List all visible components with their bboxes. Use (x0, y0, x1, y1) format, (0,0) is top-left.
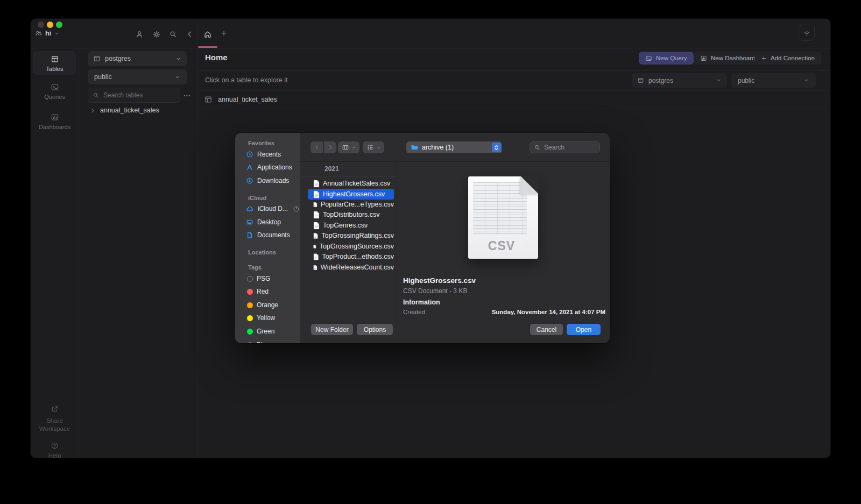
icloud-drive-label: iCloud D... (258, 205, 288, 212)
desktop-icon (246, 218, 253, 226)
main-schema-value: public (738, 77, 754, 84)
connection-status-button[interactable] (799, 25, 815, 41)
search-icon (93, 92, 99, 98)
tag-dot-icon (247, 342, 253, 344)
table-list-row[interactable]: annual_ticket_sales (204, 95, 277, 104)
rail-divider (79, 48, 79, 458)
dashboard-icon (700, 55, 707, 62)
table-tree-item[interactable]: annual_ticket_sales (90, 107, 159, 114)
main-database-select[interactable]: postgres (632, 73, 727, 88)
home-icon (203, 30, 212, 39)
view-mode-button[interactable] (338, 141, 359, 153)
file-row[interactable]: TopProduct...ethods.csv (308, 251, 394, 262)
forward-button[interactable] (324, 141, 336, 153)
sidebar-item-recents[interactable]: Recents (246, 149, 281, 160)
group-by-button[interactable] (363, 141, 384, 153)
csv-file-icon (313, 211, 320, 219)
back-button[interactable] (310, 141, 323, 153)
database-select[interactable]: postgres (88, 51, 187, 66)
options-button[interactable]: Options (357, 324, 393, 335)
dialog-search-field[interactable] (530, 141, 600, 153)
applications-icon (246, 164, 253, 171)
desktop-label: Desktop (257, 218, 281, 226)
share-label-line1: Share (46, 417, 63, 424)
help-button[interactable]: Help (33, 442, 76, 458)
sidebar-item-downloads[interactable]: Downloads (246, 175, 289, 186)
tag-blue[interactable]: Blue (247, 339, 270, 343)
chevron-down-icon (351, 145, 356, 150)
new-dashboard-button[interactable]: New Dashboard (694, 52, 761, 65)
panel-divider (197, 19, 197, 458)
dialog-search-input[interactable] (543, 143, 594, 152)
schema-select[interactable]: public (88, 69, 187, 84)
tag-green[interactable]: Green (247, 326, 274, 337)
new-tab-button[interactable] (220, 30, 228, 37)
tag-green-label: Green (257, 328, 274, 335)
add-connection-button[interactable]: Add Connection (754, 52, 821, 65)
chevron-right-icon (90, 108, 96, 113)
tag-psg[interactable]: PSG (247, 273, 270, 284)
file-row[interactable]: TopGrossingSources.csv (308, 241, 394, 252)
search-tables-field[interactable] (88, 88, 180, 103)
file-row[interactable]: TopGrossingRatings.csv (308, 230, 394, 241)
sidebar-item-desktop[interactable]: Desktop (246, 217, 281, 228)
sidebar-item-icloud-drive[interactable]: iCloud D... (246, 203, 300, 214)
share-icon (51, 405, 59, 413)
share-workspace-button[interactable]: Share Workspace (33, 405, 76, 435)
group-divider (301, 176, 397, 176)
file-row-selected[interactable]: HighestGrossers.csv (308, 189, 394, 200)
tag-red[interactable]: Red (247, 286, 269, 297)
cancel-button[interactable]: Cancel (530, 324, 563, 335)
csv-badge: CSV (468, 239, 535, 253)
csv-preview-thumbnail: CSV (468, 176, 538, 259)
window-zoom-button[interactable] (56, 22, 62, 28)
tag-yellow[interactable]: Yellow (247, 313, 275, 323)
csv-file-icon (313, 264, 317, 272)
location-select[interactable]: archive (1) (406, 141, 502, 153)
settings-button[interactable] (152, 30, 161, 39)
preview-created-value: Sunday, November 14, 2021 at 4:07 PM (440, 309, 605, 315)
search-tables-input[interactable] (102, 91, 164, 100)
row-divider (197, 70, 830, 70)
tables-icon (51, 55, 59, 63)
file-group-header: 2021 (324, 165, 339, 173)
file-row[interactable]: TopDistributors.csv (308, 209, 394, 220)
tag-orange[interactable]: Orange (247, 300, 278, 310)
team-icon (35, 30, 43, 37)
file-row[interactable]: AnnualTicketSales.csv (308, 178, 394, 189)
dashboards-icon (51, 113, 59, 122)
collapse-sidebar-button[interactable] (186, 30, 194, 38)
new-query-button[interactable]: New Query (639, 52, 694, 65)
chevron-down-icon (174, 74, 180, 80)
csv-file-icon (313, 243, 316, 251)
workspace-switcher[interactable]: hi (35, 30, 60, 37)
file-row[interactable]: WideReleasesCount.csv (308, 262, 394, 273)
sidebar-item-queries[interactable]: Queries (33, 82, 76, 105)
tab-home[interactable] (198, 25, 217, 48)
csv-file-icon (313, 201, 317, 209)
workspace-name: hi (45, 30, 51, 37)
sidebar-item-applications[interactable]: Applications (246, 162, 292, 173)
preview-kind: CSV Document - 3 KB (403, 287, 467, 295)
sidebar-item-dashboards[interactable]: Dashboards (33, 112, 76, 136)
sidebar-item-documents[interactable]: Documents (246, 230, 290, 240)
new-folder-button[interactable]: New Folder (311, 324, 353, 335)
main-schema-select[interactable]: public (731, 73, 816, 88)
tag-blue-label: Blue (257, 341, 270, 343)
window-minimize-button[interactable] (47, 22, 53, 28)
window-close-button[interactable] (38, 22, 44, 28)
account-button[interactable] (135, 30, 144, 39)
sidebar-item-tables[interactable]: Tables (33, 51, 76, 75)
tag-red-label: Red (257, 288, 269, 295)
file-row[interactable]: TopGenres.csv (308, 220, 394, 231)
open-button[interactable]: Open (567, 324, 601, 335)
file-row[interactable]: PopularCre...eTypes.csv (308, 199, 394, 210)
panel-more-button[interactable]: ... (184, 90, 191, 98)
location-stepper[interactable] (492, 143, 501, 152)
chevron-right-icon (327, 144, 334, 151)
table-row-label: annual_ticket_sales (218, 96, 277, 103)
tag-psg-label: PSG (257, 275, 270, 282)
preview-created-label: Created (403, 309, 425, 315)
search-button[interactable] (169, 30, 177, 38)
csv-file-icon (313, 222, 320, 230)
